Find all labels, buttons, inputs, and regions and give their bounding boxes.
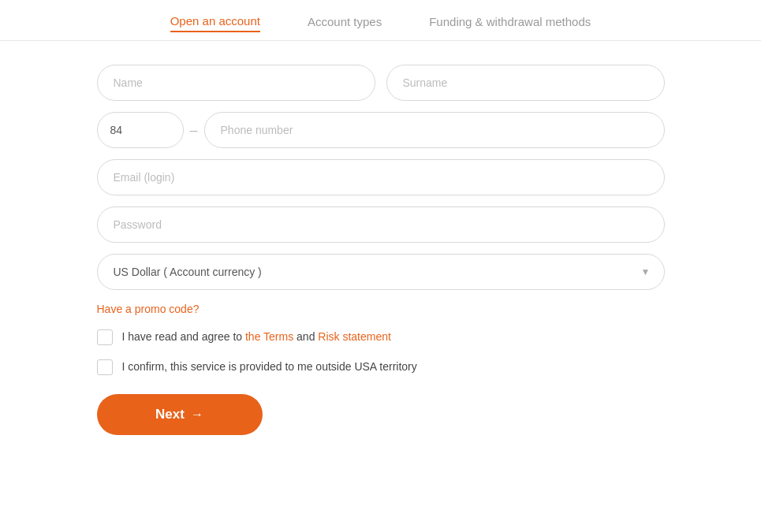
tab-bar: Open an account Account types Funding & …	[0, 0, 761, 41]
name-row	[97, 65, 665, 101]
terms-link[interactable]: the Terms	[245, 330, 293, 343]
surname-input[interactable]	[386, 65, 665, 101]
tab-funding[interactable]: Funding & withdrawal methods	[429, 12, 591, 32]
usa-checkbox-row: I confirm, this service is provided to m…	[97, 359, 665, 375]
risk-statement-link[interactable]: Risk statement	[318, 330, 391, 343]
password-input[interactable]	[97, 206, 665, 243]
terms-label: I have read and agree to the Terms and R…	[122, 329, 391, 345]
phone-row: –	[97, 112, 665, 148]
page-container: Open an account Account types Funding & …	[0, 0, 761, 532]
next-button[interactable]: Next →	[97, 394, 263, 435]
usa-label: I confirm, this service is provided to m…	[122, 359, 417, 375]
usa-checkbox[interactable]	[97, 359, 113, 375]
tab-account-types[interactable]: Account types	[308, 12, 382, 32]
name-input[interactable]	[97, 65, 375, 101]
email-input[interactable]	[97, 159, 665, 195]
terms-text-before: I have read and agree to	[122, 330, 245, 343]
phone-dash: –	[190, 122, 198, 139]
registration-form: – US Dollar ( Account currency ) Euro Br…	[97, 65, 665, 435]
phone-code-input[interactable]	[97, 112, 184, 148]
arrow-right-icon: →	[191, 407, 203, 422]
currency-select[interactable]: US Dollar ( Account currency ) Euro Brit…	[97, 254, 665, 290]
terms-checkbox[interactable]	[97, 329, 113, 345]
currency-wrapper: US Dollar ( Account currency ) Euro Brit…	[97, 254, 665, 290]
terms-checkbox-row: I have read and agree to the Terms and R…	[97, 329, 665, 345]
phone-number-input[interactable]	[204, 112, 665, 148]
promo-code-link[interactable]: Have a promo code?	[97, 303, 665, 315]
next-button-label: Next	[155, 407, 185, 422]
terms-text-middle: and	[293, 330, 318, 343]
tab-open-account[interactable]: Open an account	[170, 11, 260, 32]
